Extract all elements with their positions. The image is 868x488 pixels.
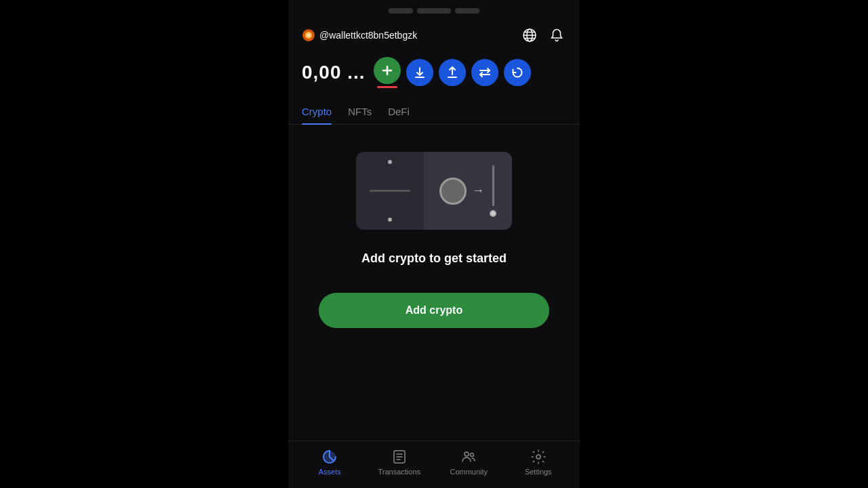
- status-bar: [288, 0, 580, 19]
- bottom-nav: Assets Transactions Community: [288, 441, 580, 488]
- download-icon: [414, 66, 426, 79]
- send-button[interactable]: [439, 59, 466, 86]
- nav-assets[interactable]: Assets: [295, 449, 365, 476]
- balance-amount: 0,00 ...: [302, 62, 366, 83]
- upload-icon: [446, 66, 458, 79]
- illus-right-content: [490, 165, 496, 217]
- wallet-address-container: @wallettkct8bn5etbgzk: [302, 28, 417, 42]
- status-pill-3: [455, 8, 479, 14]
- svg-point-2: [307, 34, 311, 37]
- phone-frame: @wallettkct8bn5etbgzk 0,00 ...: [288, 0, 580, 488]
- browser-icon: [302, 28, 315, 42]
- crypto-illustration: →: [356, 152, 512, 230]
- bell-icon: [549, 28, 564, 43]
- assets-icon: [321, 449, 338, 465]
- bell-button[interactable]: [547, 26, 566, 45]
- balance-row: 0,00 ...: [288, 52, 580, 99]
- tab-defi[interactable]: DeFi: [388, 99, 410, 124]
- wallet-address-text: @wallettkct8bn5etbgzk: [319, 30, 417, 41]
- illus-circle-container: →: [439, 165, 496, 217]
- transactions-icon: [391, 449, 408, 465]
- header-icons: [520, 26, 566, 45]
- action-buttons: [374, 57, 531, 88]
- globe-button[interactable]: [520, 26, 539, 45]
- swap-icon: [479, 66, 491, 79]
- status-pill-2: [417, 8, 451, 14]
- nav-transactions[interactable]: Transactions: [365, 449, 435, 476]
- add-crypto-button[interactable]: Add crypto: [319, 293, 549, 328]
- illus-left-panel: [356, 152, 424, 230]
- history-icon: [511, 66, 524, 79]
- community-icon: [460, 449, 477, 465]
- tab-crypto[interactable]: Crypto: [302, 99, 332, 124]
- svg-point-20: [471, 453, 474, 456]
- add-indicator: [377, 86, 397, 88]
- svg-point-21: [536, 455, 540, 459]
- add-crypto-heading: Add crypto to get started: [361, 251, 507, 266]
- add-button[interactable]: [374, 57, 401, 84]
- community-label: Community: [450, 468, 488, 476]
- transactions-label: Transactions: [378, 468, 420, 476]
- status-pill-1: [389, 8, 413, 14]
- history-button[interactable]: [504, 59, 531, 86]
- tabs: Crypto NFTs DeFi: [288, 99, 580, 125]
- tab-nfts[interactable]: NFTs: [348, 99, 372, 124]
- illus-vertical-bar: [492, 165, 494, 206]
- illus-arrow-icon: →: [472, 184, 484, 198]
- nav-settings[interactable]: Settings: [504, 449, 574, 476]
- plus-icon: [381, 64, 393, 77]
- svg-point-19: [465, 452, 469, 456]
- nav-community[interactable]: Community: [434, 449, 504, 476]
- illus-small-dot: [490, 210, 496, 217]
- main-content: → Add crypto to get started Add crypto: [288, 125, 580, 441]
- header: @wallettkct8bn5etbgzk: [288, 19, 580, 52]
- illus-dot-top: [388, 160, 392, 164]
- illus-right-panel: →: [424, 152, 512, 230]
- illus-line: [370, 190, 410, 192]
- swap-button[interactable]: [471, 59, 498, 86]
- assets-label: Assets: [319, 468, 341, 476]
- settings-icon: [530, 449, 547, 465]
- settings-label: Settings: [525, 468, 552, 476]
- illus-dot-bottom: [388, 218, 392, 222]
- add-button-wrapper: [374, 57, 401, 88]
- illus-circle: [439, 178, 467, 205]
- globe-icon: [522, 28, 537, 43]
- receive-button[interactable]: [406, 59, 433, 86]
